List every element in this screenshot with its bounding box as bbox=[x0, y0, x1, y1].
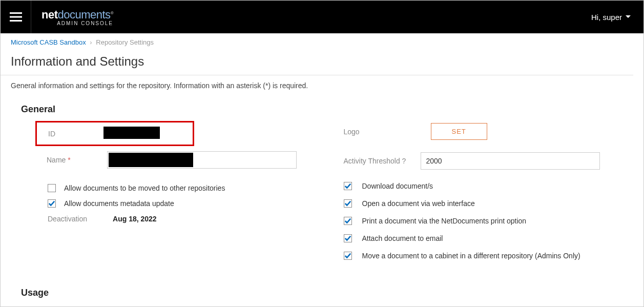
app-header: netdocuments® ADMIN CONSOLE Hi, super bbox=[1, 1, 643, 33]
user-greeting-text: Hi, super bbox=[591, 13, 622, 22]
id-row-highlight: ID bbox=[35, 121, 194, 146]
activity-threshold-input[interactable] bbox=[421, 152, 600, 170]
name-input[interactable] bbox=[107, 151, 297, 169]
print-document-checkbox[interactable] bbox=[344, 217, 352, 225]
permission-checkbox-group: Download document/s Open a document via … bbox=[344, 182, 634, 260]
svg-rect-0 bbox=[10, 12, 22, 14]
logo-light: documents bbox=[58, 8, 111, 21]
svg-rect-2 bbox=[10, 20, 22, 22]
hamburger-menu-button[interactable] bbox=[1, 1, 31, 33]
general-left-column: ID Name * Allow docum bbox=[11, 121, 313, 269]
usage-section-heading: Usage bbox=[21, 288, 633, 298]
download-documents-label: Download document/s bbox=[362, 182, 433, 190]
name-value-redacted bbox=[109, 153, 193, 167]
page-description: General information and settings for the… bbox=[1, 81, 643, 100]
open-web-label: Open a document via web interface bbox=[362, 199, 475, 208]
deactivation-value: Aug 18, 2022 bbox=[113, 215, 157, 223]
print-document-label: Print a document via the NetDocuments pr… bbox=[362, 217, 527, 225]
download-documents-checkbox[interactable] bbox=[344, 182, 352, 190]
breadcrumb-separator: › bbox=[90, 38, 92, 46]
allow-metadata-checkbox[interactable] bbox=[48, 199, 56, 208]
set-logo-button[interactable]: SET bbox=[431, 123, 487, 140]
svg-rect-1 bbox=[10, 16, 22, 18]
id-label: ID bbox=[37, 130, 103, 138]
breadcrumb: Microsoft CASB Sandbox › Repository Sett… bbox=[1, 33, 643, 51]
hamburger-icon bbox=[10, 12, 22, 22]
deactivation-label: Deactivation bbox=[48, 215, 87, 223]
logo-trademark: ® bbox=[111, 10, 113, 15]
open-web-checkbox[interactable] bbox=[344, 199, 352, 208]
logo-subtitle: ADMIN CONSOLE bbox=[41, 21, 113, 26]
allow-metadata-label: Allow documents metadata update bbox=[64, 199, 174, 208]
attach-email-checkbox[interactable] bbox=[344, 234, 352, 242]
breadcrumb-link[interactable]: Microsoft CASB Sandbox bbox=[11, 38, 86, 46]
id-value-redacted bbox=[103, 127, 160, 139]
page-title: Information and Settings bbox=[1, 51, 633, 75]
breadcrumb-current: Repository Settings bbox=[96, 38, 154, 46]
general-right-column: Logo SET Activity Threshold ? Download d… bbox=[344, 121, 634, 269]
logo-bold: net bbox=[41, 8, 58, 21]
user-menu-button[interactable]: Hi, super bbox=[591, 13, 643, 22]
allow-move-label: Allow documents to be moved to other rep… bbox=[64, 184, 225, 192]
logo: netdocuments® ADMIN CONSOLE bbox=[31, 8, 113, 26]
allow-move-checkbox[interactable] bbox=[48, 184, 56, 192]
name-label: Name * bbox=[35, 156, 107, 164]
chevron-down-icon bbox=[625, 14, 631, 20]
move-cabinet-label: Move a document to a cabinet in a differ… bbox=[362, 252, 580, 260]
move-cabinet-checkbox[interactable] bbox=[344, 252, 352, 260]
attach-email-label: Attach document to email bbox=[362, 234, 443, 242]
general-section-heading: General bbox=[21, 104, 633, 115]
logo-label: Logo bbox=[344, 128, 431, 136]
activity-threshold-label: Activity Threshold ? bbox=[344, 157, 421, 165]
